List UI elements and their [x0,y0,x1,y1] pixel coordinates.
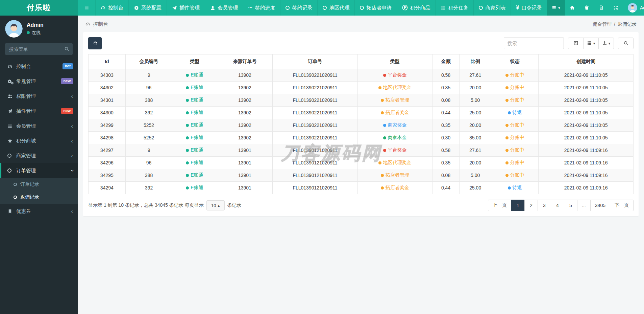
sidebar-item-members[interactable]: 会员管理 ‹ [0,118,78,133]
nav-item-store-applications[interactable]: 拓店者申请 [354,0,397,16]
cell-order-no: FLL01390221020911 [273,107,358,119]
header-source-order-no: 来源订单号 [217,54,273,69]
nav-item-sign-progress[interactable]: ••• 签约进度 [243,0,280,16]
cell-ratio: 5.00 [460,169,491,182]
cell-id: 34298 [89,132,126,144]
sidebar-subitem-commission-records[interactable]: 返佣记录 [0,191,78,204]
menu-list-dropdown[interactable]: ▾ [547,0,565,16]
cell-created-at: 2021-02-09 11:09:16 [539,182,634,194]
page-prev-button[interactable]: 上一页 [488,200,512,211]
refresh-icon [93,41,98,46]
sidebar-search [5,43,73,55]
nav-item-members[interactable]: 会员管理 [205,0,243,16]
status-dot-icon [186,74,189,77]
sidebar-toggle-button[interactable] [78,0,95,16]
page-3-button[interactable]: 3 [538,200,551,211]
cell-account-type: E账通 [172,119,217,132]
sidebar-subitem-order-records[interactable]: 订单记录 [0,178,78,191]
cell-id: 34302 [89,82,126,94]
header-amount: 金额 [432,54,460,69]
cell-commission-type: 地区代理奖金 [357,157,432,169]
status-dot-icon [378,161,381,164]
user-icon [210,5,215,11]
chevron-left-icon: ‹ [71,153,73,159]
nav-item-points-goods[interactable]: Ⓟ 积分商品 [397,0,435,16]
home-button[interactable] [565,0,579,16]
breadcrumb-commission-records[interactable]: 返佣记录 [618,21,637,27]
gear-icon [134,5,139,11]
toggle-pagination-button[interactable] [568,38,584,49]
search-icon [623,41,628,46]
nav-item-merchant-list[interactable]: 商家列表 [473,0,511,16]
paper-plane-icon [172,5,177,11]
cell-ratio: 25.00 [460,107,491,119]
columns-button[interactable]: ▾ [583,38,599,49]
sidebar-item-merchants[interactable]: 商家管理 ‹ [0,148,78,163]
refresh-button[interactable] [88,37,102,49]
username-label: Admin [640,5,644,10]
nav-item-sign-records[interactable]: 签约记录 [280,0,317,16]
sidebar-item-orders[interactable]: 订单管理 ‹ [0,163,78,178]
page-next-button[interactable]: 下一页 [610,200,634,211]
page-last-button[interactable]: 3405 [590,200,610,211]
cell-order-no: FLL01390221020911 [273,94,358,107]
search-button[interactable] [618,38,634,49]
sidebar-item-points-mall[interactable]: 积分商城 ‹ [0,133,78,148]
header-ratio: 比例 [460,54,491,69]
status-dot-icon [505,174,509,177]
caret-down-icon: ▾ [609,42,611,45]
cell-source-order-no: 13902 [217,119,273,132]
page-2-button[interactable]: 2 [524,200,538,211]
cell-amount: 0.35 [432,82,460,94]
cell-status: 分账中 [491,119,538,132]
table-row: 34295388E账通13901FLL01390121020911拓店者管理0.… [89,169,634,182]
sidebar-menu: 控制台 hot 常规管理 new 权限管理 ‹ 插件管理 new 会员管理 ‹ … [0,59,78,178]
nav-item-label: 签约进度 [255,5,275,11]
breadcrumb-commission-mgmt[interactable]: 佣金管理 [593,21,612,27]
chevron-left-icon: ‹ [71,123,73,129]
export-button[interactable]: ▾ [598,38,614,49]
nav-item-plugins[interactable]: 插件管理 [167,0,205,16]
page-size-dropdown[interactable]: 10 ▴ [206,200,225,210]
log-button[interactable] [594,0,609,16]
cell-created-at: 2021-02-09 11:10:05 [539,82,634,94]
sidebar-item-coupons[interactable]: 优惠券 ‹ [0,204,78,219]
nav-item-dashboard[interactable]: 控制台 [95,0,128,16]
clear-cache-button[interactable] [579,0,594,16]
page-4-button[interactable]: 4 [551,200,564,211]
trash-icon [584,5,589,10]
nav-item-region-agent[interactable]: 地区代理 [317,0,354,16]
list-icon [7,124,16,129]
table-row: 3430296E账通13902FLL01390221020911地区代理奖金0.… [89,82,634,94]
table-body: 343039E账通13902FLL01390221020911平台奖金0.582… [89,69,634,194]
header-created-at: 创建时间 [539,54,634,69]
gauge-icon [101,5,106,11]
navbar-right-group: ▾ Admin [547,0,644,16]
fullscreen-button[interactable] [609,0,623,16]
expand-arrows-icon [613,5,618,10]
nav-item-password-records[interactable]: ¥ 口令记录 [511,0,547,16]
nav-item-system-config[interactable]: 系统配置 [128,0,167,16]
sidebar-search-input[interactable] [5,43,73,55]
page-1-button[interactable]: 1 [511,200,525,211]
cell-source-order-no: 13902 [217,82,273,94]
sidebar-item-general-settings[interactable]: 常规管理 new [0,74,78,89]
table-footer: 显示第 1 到第 10 条记录，总共 34045 条记录 每页显示 10 ▴ 条… [88,200,634,211]
cell-account-type: E账通 [172,169,217,182]
table-row: 342985252E账通13902FLL01390221020911商家本金0.… [89,132,634,144]
page-5-button[interactable]: 5 [564,200,577,211]
cell-id: 34296 [89,157,126,169]
status-dot-icon [383,149,386,152]
cell-source-order-no: 13901 [217,157,273,169]
sidebar-item-dashboard[interactable]: 控制台 hot [0,59,78,74]
user-menu[interactable]: Admin [623,0,644,16]
table-search-input[interactable] [504,38,564,49]
cell-account-type: E账通 [172,69,217,82]
sidebar-item-plugins[interactable]: 插件管理 new [0,104,78,118]
cell-order-no: FLL01390221020911 [273,119,358,132]
header-id: Id [89,54,126,69]
circle-icon [14,183,17,186]
nav-item-points-tasks[interactable]: 积分任务 [435,0,473,16]
cell-commission-type: 拓店者奖金 [357,107,432,119]
sidebar-item-permissions[interactable]: 权限管理 ‹ [0,89,78,104]
